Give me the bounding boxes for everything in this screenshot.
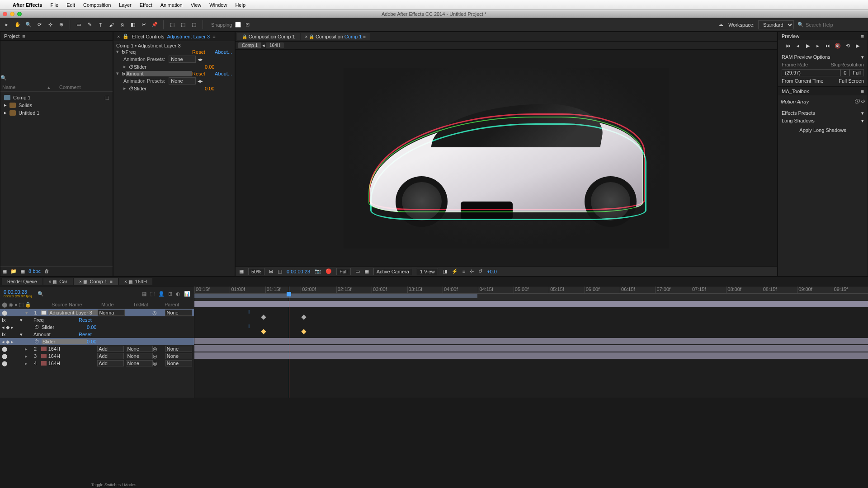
search-help-input[interactable] <box>806 22 860 28</box>
trash-icon[interactable]: 🗑 <box>44 268 49 274</box>
views-dropdown[interactable]: 1 View <box>417 268 438 275</box>
transparency-icon[interactable]: ▦ <box>364 268 369 274</box>
res-dropdown[interactable]: Full <box>849 69 864 76</box>
chevron-down-icon[interactable]: ▾ <box>861 118 864 124</box>
keyframe-icon[interactable] <box>302 314 307 319</box>
toggle-switches-modes[interactable]: Toggle Switches / Modes <box>90 482 137 488</box>
eraser-tool-icon[interactable]: ◧ <box>129 21 137 29</box>
ram-preview-icon[interactable]: ▶ <box>854 43 861 49</box>
mask-icon[interactable]: ◫ <box>278 268 282 274</box>
effect-name-selected[interactable]: Amount <box>126 71 193 76</box>
parent-pick-icon[interactable]: ◎ <box>153 346 157 352</box>
viewer-canvas[interactable] <box>236 50 777 266</box>
twirl-icon[interactable]: ▸ <box>123 85 129 91</box>
panel-menu-icon[interactable]: ≡ <box>861 33 864 39</box>
roi-icon[interactable]: ▭ <box>355 268 360 274</box>
exposure-reset-icon[interactable]: ↺ <box>478 268 482 274</box>
layer-row[interactable]: ⬤▸2 164H Add None ◎ None <box>0 345 194 352</box>
stamp-tool-icon[interactable]: ⎘ <box>118 21 126 29</box>
rect-tool-icon[interactable]: ▭ <box>75 21 83 29</box>
comp-flow-icon[interactable]: ⊹ <box>470 268 474 274</box>
keyframe-icon[interactable] <box>261 314 266 319</box>
menu-view[interactable]: View <box>191 2 202 8</box>
comp-subtab-1[interactable]: Comp 1 <box>238 42 261 48</box>
about-link[interactable]: About... <box>215 49 232 55</box>
effects-presets-section[interactable]: Effects Presets <box>782 110 861 116</box>
layer-name[interactable]: Adjustment Layer 3 <box>48 310 98 315</box>
reset-link[interactable]: Reset <box>192 49 215 55</box>
panel-menu-icon[interactable]: ≡ <box>22 33 25 39</box>
blend-mode-dropdown[interactable]: Add <box>97 360 124 366</box>
axis-world-icon[interactable]: ⬚ <box>179 21 187 29</box>
expression-cursor-icon[interactable]: I <box>248 309 250 314</box>
effect-controls-tab[interactable]: Effect Controls <box>132 34 164 39</box>
snap-edge-icon[interactable]: ⊡ <box>244 21 252 29</box>
workspace-select[interactable]: Standard <box>758 20 794 29</box>
new-folder-icon[interactable]: 📁 <box>10 268 17 274</box>
parent-dropdown[interactable]: None <box>165 310 192 316</box>
layer-row[interactable]: ⬤▸3 164H Add None ◎ None <box>0 352 194 360</box>
menu-layer[interactable]: Layer <box>119 2 132 8</box>
layer-bar[interactable] <box>194 301 868 307</box>
keyframe-icon[interactable] <box>261 329 266 334</box>
blend-mode-dropdown[interactable]: Add <box>97 346 124 352</box>
panel-menu-icon[interactable]: ≡ <box>212 34 215 39</box>
parent-pick-icon[interactable]: ◎ <box>153 361 157 366</box>
mute-icon[interactable]: 🔇 <box>834 43 841 49</box>
layer-color-icon[interactable] <box>41 354 47 358</box>
bpc-indicator[interactable]: 8 bpc <box>28 268 41 274</box>
col-comment[interactable]: Comment <box>59 84 81 90</box>
parent-pick-icon[interactable]: ◎ <box>153 353 157 359</box>
menu-effect[interactable]: Effect <box>140 2 152 8</box>
snapshot-icon[interactable]: 📷 <box>315 268 321 274</box>
snapping-checkbox[interactable] <box>235 22 241 28</box>
ma-toolbox-tab[interactable]: MA_Toolbox <box>782 89 809 94</box>
rotate-tool-icon[interactable]: ⟳ <box>35 21 43 29</box>
minimize-icon[interactable] <box>10 12 14 16</box>
col-name[interactable]: Name <box>2 84 47 90</box>
twirl-icon[interactable]: ▸ <box>123 64 129 70</box>
comp-tab-1[interactable]: 🔒 Composition Comp 1 <box>237 33 300 40</box>
anchor-tool-icon[interactable]: ⊕ <box>57 21 65 29</box>
draft3d-icon[interactable]: ⬚ <box>150 291 155 297</box>
from-current-label[interactable]: From Current Time <box>782 78 839 84</box>
maximize-icon[interactable] <box>17 12 22 16</box>
puppet-tool-icon[interactable]: 📌 <box>151 21 159 29</box>
sync-icon[interactable]: ☁ <box>717 21 725 29</box>
loop-icon[interactable]: ⟲ <box>844 43 851 49</box>
stopwatch-icon[interactable]: ⏱ <box>129 86 134 91</box>
axis-view-icon[interactable]: ⬚ <box>190 21 198 29</box>
timeline-timecode[interactable]: 0:00:00:23 00023 (29.97 fps) <box>4 290 32 298</box>
zoom-tool-icon[interactable]: 🔍 <box>24 21 33 29</box>
skip-dropdown[interactable]: 0 <box>840 69 849 76</box>
long-shadows-section[interactable]: Long Shadows <box>782 118 861 124</box>
layer-bar[interactable] <box>194 345 868 352</box>
keyframe-icon[interactable] <box>302 329 307 334</box>
graph-editor-icon[interactable]: 📊 <box>184 291 190 297</box>
fast-preview-icon[interactable]: ⚡ <box>452 268 458 274</box>
menu-composition[interactable]: Composition <box>83 2 111 8</box>
pen-tool-icon[interactable]: ✎ <box>85 21 94 29</box>
app-name[interactable]: After Effects <box>13 2 42 8</box>
preset-dropdown[interactable]: None <box>169 77 196 84</box>
viewer-timecode[interactable]: 0:00:00:23 <box>287 269 310 274</box>
effect-controls-layer[interactable]: Adjustment Layer 3 <box>167 34 210 39</box>
tab-164h[interactable]: × ▦ 164H <box>119 278 152 285</box>
layer-bar[interactable] <box>194 338 868 344</box>
prev-frame-icon[interactable]: ◂ <box>794 43 802 49</box>
parent-pick-icon[interactable]: ◎ <box>152 310 157 316</box>
menu-edit[interactable]: Edit <box>66 2 75 8</box>
menu-window[interactable]: Window <box>209 2 227 8</box>
twirl-icon[interactable]: ▾ <box>116 70 122 76</box>
project-item-folder[interactable]: ▸Untitled 1 <box>2 109 111 117</box>
blend-mode-dropdown[interactable]: Add <box>97 353 124 359</box>
tab-car[interactable]: × ▦ Car <box>43 278 73 285</box>
alpha-icon[interactable]: ▦ <box>239 268 244 274</box>
new-comp-icon[interactable]: ▦ <box>20 268 25 274</box>
exposure-value[interactable]: +0.0 <box>487 269 497 274</box>
comp-mini-icon[interactable]: ▦ <box>142 291 146 297</box>
chevron-down-icon[interactable]: ▾ <box>861 110 864 116</box>
layer-color-icon[interactable] <box>41 310 47 315</box>
motion-blur-icon[interactable]: ◐ <box>176 291 180 297</box>
project-item-comp[interactable]: Comp 1⬚ <box>2 94 111 101</box>
